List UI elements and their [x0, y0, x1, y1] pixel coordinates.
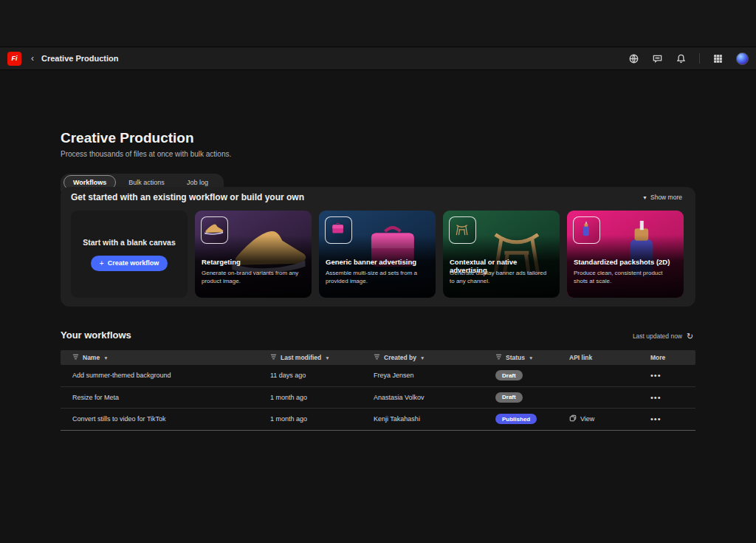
cell-created-by: Freya Jensen [362, 372, 484, 379]
creative-production-app: Fi ‹ Creative Production Creative Produc… [0, 0, 756, 543]
table-row[interactable]: Resize for Meta 1 month ago Anastasia Vo… [61, 387, 695, 409]
card-thumbnail [325, 216, 352, 244]
last-updated-row: Last updated now ↻ [633, 332, 695, 341]
back-chevron-icon[interactable]: ‹ [31, 54, 34, 63]
card-thumbnail [449, 216, 476, 244]
cell-name: Add summer-themed background [61, 372, 258, 379]
card-gradient-overlay [567, 235, 684, 298]
column-label: API link [569, 354, 592, 361]
cell-name: Resize for Meta [61, 394, 258, 401]
card-title: Generic banner advertising [326, 258, 430, 266]
status-badge: Published [495, 414, 537, 424]
cell-status: Draft [484, 392, 557, 403]
card-gradient-overlay [195, 235, 312, 298]
create-workflow-label: Create workflow [108, 259, 159, 267]
filter-icon [374, 354, 380, 361]
column-label: Created by [384, 354, 416, 361]
card-gradient-overlay [319, 235, 436, 298]
view-api-link[interactable]: View [569, 414, 639, 423]
table-header-row: Name▼Last modified▼Created by▼Status▼API… [61, 350, 695, 365]
blank-canvas-title: Start with a blank canvas [83, 238, 175, 247]
column-label: Status [506, 354, 525, 361]
status-badge: Draft [495, 392, 523, 403]
workflow-cards-row: Start with a blank canvas + Create workf… [71, 211, 684, 298]
create-workflow-button[interactable]: + Create workflow [91, 256, 168, 271]
window-top-area [0, 0, 756, 47]
column-header-api-link: API link [557, 354, 639, 361]
cell-name: Convert stills to video for TikTok [61, 415, 258, 423]
more-actions-button[interactable]: ••• [639, 414, 695, 423]
topbar-actions [628, 52, 749, 65]
card-description: Produce clean, consistent product shots … [574, 269, 677, 285]
column-label: Name [83, 354, 100, 361]
chevron-down-icon: ▼ [529, 355, 533, 361]
card-description: Generate display banner ads tailored to … [450, 269, 553, 285]
cell-status: Published [484, 414, 557, 424]
filter-icon [72, 354, 79, 361]
card-title: Standardized packshots (2D) [574, 258, 678, 266]
apps-grid-icon[interactable] [712, 53, 724, 64]
table-row[interactable]: Add summer-themed background 11 days ago… [61, 365, 695, 387]
card-thumbnail [201, 216, 228, 244]
cell-api-link: View [557, 414, 639, 423]
filter-icon [495, 354, 502, 361]
column-header-more: More [639, 354, 695, 361]
get-started-panel: Get started with an existing workflow or… [61, 187, 695, 307]
globe-icon[interactable] [628, 53, 639, 64]
last-updated-label: Last updated now [633, 332, 682, 340]
column-header-created-by[interactable]: Created by▼ [362, 354, 484, 361]
plus-icon: + [100, 259, 104, 267]
cell-last-modified: 1 month ago [258, 394, 362, 401]
column-header-name[interactable]: Name▼ [61, 354, 258, 361]
get-started-heading: Get started with an existing workflow or… [71, 192, 304, 202]
more-actions-button[interactable]: ••• [639, 393, 695, 402]
card-description: Generate on-brand variants from any prod… [202, 269, 305, 285]
workflow-template-card[interactable]: Contextual or native advertising Generat… [443, 211, 560, 298]
notifications-bell-icon[interactable] [676, 53, 687, 64]
view-label: View [580, 415, 594, 423]
user-avatar[interactable] [736, 52, 749, 65]
cell-created-by: Kenji Takahashi [362, 415, 484, 423]
breadcrumb: Creative Production [41, 54, 119, 63]
table-body: Add summer-themed background 11 days ago… [61, 365, 695, 431]
workflow-template-card[interactable]: Retargeting Generate on-brand variants f… [195, 211, 312, 298]
blank-canvas-card[interactable]: Start with a blank canvas + Create workf… [71, 211, 188, 298]
chevron-down-icon: ▼ [642, 195, 647, 200]
status-badge: Draft [495, 370, 523, 380]
card-title: Retargeting [202, 258, 306, 266]
workflow-template-card[interactable]: Standardized packshots (2D) Produce clea… [567, 211, 684, 298]
your-workflows-heading: Your workflows [61, 329, 131, 341]
card-description: Assemble multi-size ad sets from a provi… [326, 269, 429, 285]
page-title: Creative Production [61, 130, 194, 146]
refresh-icon[interactable]: ↻ [687, 332, 695, 341]
column-label: More [650, 354, 665, 361]
table-row[interactable]: Convert stills to video for TikTok 1 mon… [61, 409, 695, 431]
topbar-divider [699, 53, 700, 64]
card-thumbnail [573, 216, 600, 244]
cell-last-modified: 11 days ago [258, 372, 362, 379]
feedback-icon[interactable] [652, 53, 663, 64]
workflow-template-card[interactable]: Generic banner advertising Assemble mult… [319, 211, 436, 298]
cell-last-modified: 1 month ago [258, 415, 362, 423]
chevron-down-icon: ▼ [103, 355, 108, 361]
more-actions-button[interactable]: ••• [639, 371, 695, 380]
chevron-down-icon: ▼ [325, 355, 329, 361]
firefly-logo[interactable]: Fi [7, 52, 21, 66]
chevron-down-icon: ▼ [420, 355, 425, 361]
view-icon [569, 414, 577, 423]
column-header-status[interactable]: Status▼ [484, 354, 557, 361]
show-more-button[interactable]: ▼ Show more [642, 194, 682, 201]
column-header-last-modified[interactable]: Last modified▼ [258, 354, 362, 361]
cell-status: Draft [484, 370, 557, 380]
filter-icon [270, 354, 277, 361]
cell-created-by: Anastasia Volkov [362, 394, 484, 401]
column-label: Last modified [281, 354, 321, 361]
page-subtitle: Process thousands of files at once with … [61, 150, 231, 158]
workflows-table: Name▼Last modified▼Created by▼Status▼API… [61, 350, 695, 431]
top-navigation-bar: Fi ‹ Creative Production [0, 47, 756, 70]
show-more-label: Show more [650, 194, 682, 201]
